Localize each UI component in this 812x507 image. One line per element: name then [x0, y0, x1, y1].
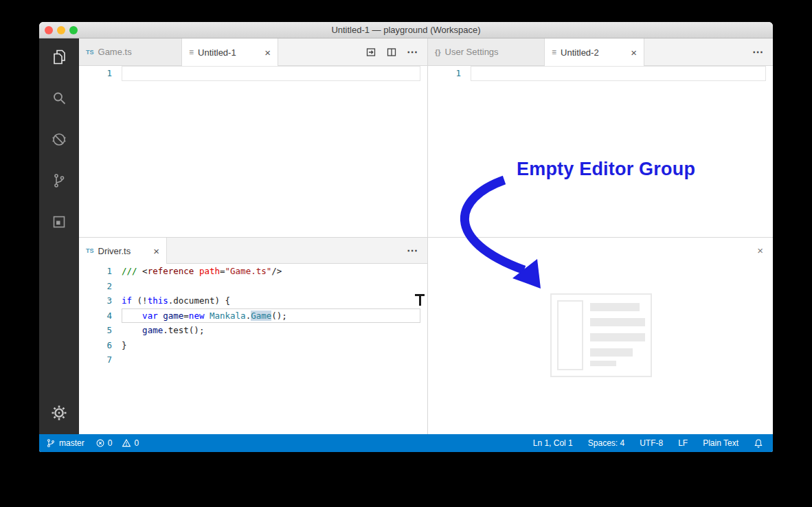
- code-line[interactable]: 7: [79, 352, 427, 368]
- search-icon: [51, 90, 67, 106]
- more-actions-icon[interactable]: ⋯: [407, 245, 418, 256]
- code-text: game.test();: [122, 323, 420, 338]
- tab-label: User Settings: [445, 47, 499, 57]
- code-text: }: [122, 338, 420, 353]
- eol-status[interactable]: LF: [678, 434, 688, 452]
- git-branch-status[interactable]: master: [46, 434, 84, 452]
- code-line[interactable]: 5 game.test();: [79, 323, 427, 338]
- editor-group-top-left: TS Game.ts ≡ Untitled-1 ×: [79, 38, 427, 237]
- git-branch-icon: [51, 172, 67, 189]
- warning-icon: [122, 438, 131, 448]
- activity-extensions-button[interactable]: [39, 205, 79, 238]
- editor-untitled-1[interactable]: 1: [79, 66, 427, 237]
- more-actions-icon[interactable]: ⋯: [407, 47, 418, 58]
- editor-untitled-2[interactable]: 1: [428, 66, 773, 237]
- editor-group-top-right: {} User Settings ≡ Untitled-2 × ⋯ 1: [427, 38, 773, 237]
- code-line[interactable]: 6}: [79, 338, 427, 353]
- line-number: 6: [79, 338, 112, 353]
- code-line[interactable]: 1/// <reference path="Game.ts"/>: [79, 264, 427, 279]
- editor-actions: ⋯: [407, 238, 427, 263]
- watermark-page-shape: [557, 300, 583, 370]
- indentation-status[interactable]: Spaces: 4: [588, 434, 624, 452]
- line-number: 1: [79, 66, 112, 81]
- settings-button[interactable]: [39, 396, 79, 429]
- status-bar: master 0 0: [39, 434, 773, 452]
- code-line[interactable]: 3if (!this.document) {: [79, 293, 427, 308]
- open-changes-icon[interactable]: [365, 47, 376, 58]
- close-group-icon[interactable]: ×: [757, 245, 763, 256]
- code-text: var game=new Mankala.Game();: [122, 308, 420, 324]
- problems-status[interactable]: 0 0: [95, 434, 139, 452]
- empty-editor-watermark: [550, 293, 652, 377]
- branch-name: master: [59, 438, 84, 448]
- typescript-icon: TS: [86, 247, 94, 254]
- tab-user-settings[interactable]: {} User Settings: [428, 38, 545, 65]
- tab-bar: TS Game.ts ≡ Untitled-1 ×: [79, 38, 427, 66]
- code-line[interactable]: 4 var game=new Mankala.Game();: [79, 308, 427, 324]
- file-icon: ≡: [189, 47, 194, 57]
- tab-label: Game.ts: [98, 47, 132, 57]
- annotation-text: Empty Editor Group: [517, 159, 695, 180]
- file-icon: ≡: [552, 47, 556, 57]
- tab-label: Driver.ts: [98, 246, 131, 256]
- window-title: Untitled-1 — playground (Workspace): [39, 22, 773, 38]
- line-number: 3: [79, 293, 112, 308]
- typescript-icon: TS: [86, 49, 94, 56]
- close-tab-icon[interactable]: ×: [625, 47, 637, 58]
- tab-driver-ts[interactable]: TS Driver.ts ×: [79, 238, 167, 264]
- driver-code: 1/// <reference path="Game.ts"/>23if (!t…: [79, 264, 427, 368]
- more-actions-icon[interactable]: ⋯: [752, 47, 763, 58]
- tab-bar: TS Driver.ts × ⋯: [79, 238, 427, 264]
- cursor-position-status[interactable]: Ln 1, Col 1: [533, 434, 573, 452]
- editor-group-bottom-right[interactable]: ×: [427, 237, 773, 434]
- code-line[interactable]: 2: [79, 279, 427, 294]
- close-tab-icon[interactable]: ×: [148, 246, 159, 256]
- titlebar: Untitled-1 — playground (Workspace): [39, 22, 773, 38]
- tab-label: Untitled-2: [561, 47, 599, 58]
- git-branch-icon: [46, 438, 56, 448]
- activity-explorer-button[interactable]: [39, 41, 79, 74]
- tab-game-ts[interactable]: TS Game.ts: [79, 38, 182, 65]
- watermark-bar: [590, 303, 640, 311]
- watermark-bar: [590, 348, 633, 357]
- split-editor-icon[interactable]: [386, 47, 397, 58]
- code-line[interactable]: 1: [428, 66, 773, 81]
- activity-debug-button[interactable]: [39, 123, 79, 156]
- code-line[interactable]: 1: [79, 66, 427, 81]
- code-text: /// <reference path="Game.ts"/>: [122, 264, 420, 279]
- line-number: 2: [79, 279, 112, 294]
- watermark-bar: [590, 333, 645, 341]
- line-number: 4: [79, 308, 112, 324]
- line-number: 1: [79, 264, 112, 279]
- bell-icon: [754, 438, 763, 449]
- tab-label: Untitled-1: [198, 47, 236, 58]
- line-number: 7: [79, 352, 112, 368]
- editor-actions: ⋯: [365, 38, 427, 65]
- braces-icon: {}: [435, 48, 441, 56]
- desktop-background: Untitled-1 — playground (Workspace): [0, 0, 812, 507]
- tab-untitled-1[interactable]: ≡ Untitled-1 ×: [182, 38, 278, 66]
- notifications-bell[interactable]: [754, 434, 763, 452]
- tab-untitled-2[interactable]: ≡ Untitled-2 ×: [545, 38, 644, 66]
- line-number: 5: [79, 323, 112, 338]
- activity-source-control-button[interactable]: [39, 164, 79, 197]
- activity-search-button[interactable]: [39, 82, 79, 115]
- vscode-window: Untitled-1 — playground (Workspace): [39, 22, 773, 452]
- error-icon: [95, 438, 105, 448]
- code-text: [122, 352, 420, 368]
- activity-bar: [39, 38, 79, 434]
- editor-actions: ⋯: [752, 38, 773, 65]
- error-count: 0: [108, 438, 113, 448]
- code-text: if (!this.document) {: [122, 293, 420, 308]
- editor-driver-ts[interactable]: 1/// <reference path="Game.ts"/>23if (!t…: [79, 264, 427, 434]
- line-number: 1: [428, 66, 461, 81]
- encoding-status[interactable]: UTF-8: [640, 434, 663, 452]
- text-cursor-ibeam: [415, 294, 425, 306]
- files-icon: [51, 49, 67, 65]
- tab-bar: {} User Settings ≡ Untitled-2 × ⋯: [428, 38, 773, 66]
- editor-group-bottom-left: TS Driver.ts × ⋯ 1/// <reference path="G…: [79, 237, 427, 434]
- gear-icon: [51, 405, 67, 421]
- language-mode-status[interactable]: Plain Text: [703, 434, 738, 452]
- debug-icon: [51, 131, 67, 148]
- close-tab-icon[interactable]: ×: [259, 47, 271, 58]
